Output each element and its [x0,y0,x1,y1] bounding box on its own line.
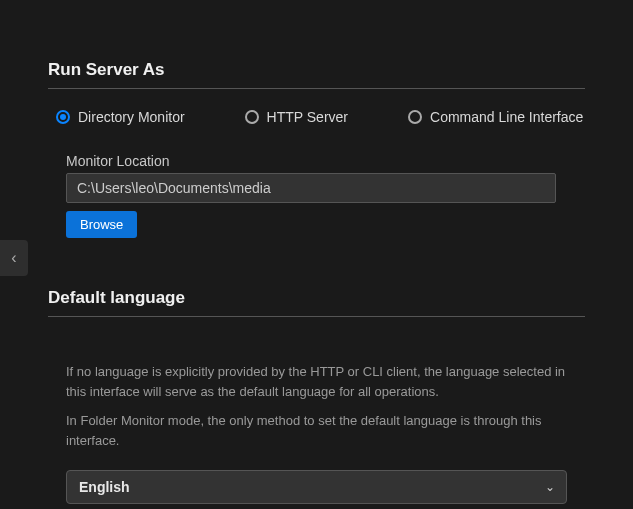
monitor-location-block: Monitor Location Browse [48,153,585,238]
radio-icon [56,110,70,124]
language-help-text-1: If no language is explicitly provided by… [48,362,585,401]
radio-cli[interactable]: Command Line Interface [408,109,583,125]
chevron-left-icon: ‹ [11,249,16,267]
radio-label: Command Line Interface [430,109,583,125]
section-default-language-title: Default language [48,288,585,317]
monitor-location-input[interactable] [66,173,556,203]
radio-label: Directory Monitor [78,109,185,125]
radio-directory-monitor[interactable]: Directory Monitor [56,109,185,125]
browse-button[interactable]: Browse [66,211,137,238]
radio-icon [408,110,422,124]
language-select[interactable]: English [66,470,567,504]
radio-http-server[interactable]: HTTP Server [245,109,348,125]
sidebar-collapse-tab[interactable]: ‹ [0,240,28,276]
section-run-server-title: Run Server As [48,60,585,89]
monitor-location-label: Monitor Location [66,153,585,169]
radio-icon [245,110,259,124]
language-help-text-2: In Folder Monitor mode, the only method … [48,411,585,450]
radio-label: HTTP Server [267,109,348,125]
settings-panel: Run Server As Directory Monitor HTTP Ser… [0,0,633,504]
run-server-radio-group: Directory Monitor HTTP Server Command Li… [48,109,585,125]
